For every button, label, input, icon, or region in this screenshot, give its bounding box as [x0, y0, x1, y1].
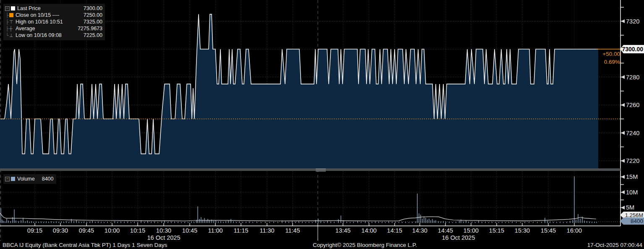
volume-bar [589, 221, 589, 223]
volume-bar [53, 222, 54, 223]
volume-bar [213, 221, 214, 223]
splitter-drag-handle-icon[interactable] [316, 169, 326, 171]
volume-bar [405, 222, 406, 223]
legend-label: Volume [17, 176, 38, 182]
volume-bar [249, 221, 249, 223]
volume-bar [215, 220, 216, 223]
volume-bar [14, 210, 14, 223]
volume-bar [63, 222, 64, 223]
volume-bar [202, 220, 203, 223]
volume-bar [147, 221, 148, 223]
volume-bar [456, 222, 456, 223]
axis-arrow-icon [621, 206, 625, 210]
volume-last-value: 8400 [42, 176, 54, 182]
volume-bar [252, 222, 253, 223]
volume-bar [570, 221, 570, 223]
volume-bar [580, 219, 580, 223]
volume-bar [385, 222, 385, 223]
volume-bar [101, 222, 101, 223]
volume-bar [66, 221, 66, 223]
volume-bar [516, 222, 516, 223]
volume-bar [71, 219, 71, 223]
legend-row-last-price[interactable]: − Last Price 7300.00 [5, 5, 102, 12]
volume-bar [334, 222, 334, 223]
volume-bar [110, 222, 111, 223]
volume-bar [353, 222, 353, 223]
volume-bar [498, 222, 499, 223]
legend-row-volume[interactable]: − Volume 8400 [5, 176, 54, 182]
volume-bar [33, 222, 34, 223]
volume-bar [459, 221, 459, 223]
time-axis-label: 15:00 [463, 227, 479, 234]
volume-bar [89, 221, 90, 223]
volume-bar [338, 219, 338, 223]
legend-expander-icon[interactable]: − [5, 6, 10, 11]
volume-bar [242, 222, 243, 223]
volume-bar [2, 220, 2, 223]
volume-bar [357, 221, 358, 223]
volume-bar [427, 220, 427, 223]
volume-bar [51, 221, 51, 223]
time-axis-label: 10:15 [130, 227, 145, 234]
price-legend[interactable]: − Last Price 7300.00 ├ Close on 10/15 --… [3, 4, 105, 40]
last-price-swatch-icon [11, 6, 15, 10]
axis-arrow-icon [621, 190, 625, 194]
panel-splitter[interactable] [0, 168, 620, 171]
volume-axis-label: 10M [626, 189, 638, 196]
volume-bar [302, 222, 302, 223]
volume-bar [228, 220, 228, 223]
price-axis-label: 7240 [626, 130, 639, 136]
volume-bar [117, 222, 118, 223]
volume-bar [520, 222, 521, 223]
volume-axis-label: 15M [626, 173, 638, 180]
volume-bar [533, 222, 533, 223]
volume-bar [566, 222, 567, 223]
legend-label: Low on 10/16 09:08 [16, 32, 84, 38]
volume-bar [107, 222, 107, 223]
legend-value: 7250.00 [84, 12, 102, 18]
volume-legend[interactable]: − Volume 8400 [3, 174, 56, 184]
volume-bar [482, 222, 482, 223]
copyright-text: Copyright© 2025 Bloomberg Finance L.P. [313, 242, 417, 248]
volume-bar [556, 222, 557, 223]
volume-bar [134, 222, 134, 223]
volume-bar [230, 219, 231, 223]
volume-bar [463, 221, 463, 223]
volume-bar [350, 222, 350, 223]
price-axis-label: 7260 [626, 102, 639, 108]
volume-bar [220, 221, 221, 223]
legend-expander-icon[interactable]: − [5, 177, 10, 181]
volume-bar [95, 222, 95, 223]
legend-row-low[interactable]: └ ⊥ Low on 10/16 09:08 7225.00 [5, 32, 102, 39]
volume-bar [508, 222, 509, 223]
volume-bar [6, 219, 7, 223]
volume-bar [505, 222, 505, 223]
price-axis-label: 7220 [626, 157, 639, 164]
volume-bar [199, 219, 199, 223]
volume-bar [312, 222, 312, 223]
bloomberg-chart-window: 7320728072607240722015M10M5M09:1509:3009… [0, 0, 644, 249]
volume-bar [184, 222, 185, 223]
volume-bar [563, 222, 563, 223]
volume-bar [56, 221, 56, 223]
volume-bar [320, 221, 321, 223]
volume-bar [541, 222, 542, 223]
volume-bar [402, 222, 402, 223]
volume-bar [178, 222, 178, 223]
volume-bar [537, 222, 537, 223]
volume-bar [502, 222, 502, 223]
volume-bar [31, 221, 31, 223]
date-label: 16 Oct 2025 [147, 234, 181, 241]
volume-bar [572, 220, 573, 223]
time-axis-label: 09:15 [27, 227, 42, 234]
legend-row-close[interactable]: ├ Close on 10/15 ---- 7250.00 [5, 12, 102, 18]
volume-bar [43, 222, 44, 223]
volume-bar [73, 221, 74, 223]
legend-row-high[interactable]: ├ ⊤ High on 10/16 10:51 7325.00 [5, 18, 102, 25]
volume-bar [86, 222, 87, 223]
legend-row-average[interactable]: ├ ┼ Average 7275.9673 [5, 25, 102, 32]
axis-arrow-icon [621, 19, 625, 23]
volume-bar [468, 222, 469, 223]
security-description: BBCA IJ Equity (Bank Central Asia Tbk PT… [3, 242, 167, 248]
tree-branch: └ [5, 33, 9, 38]
